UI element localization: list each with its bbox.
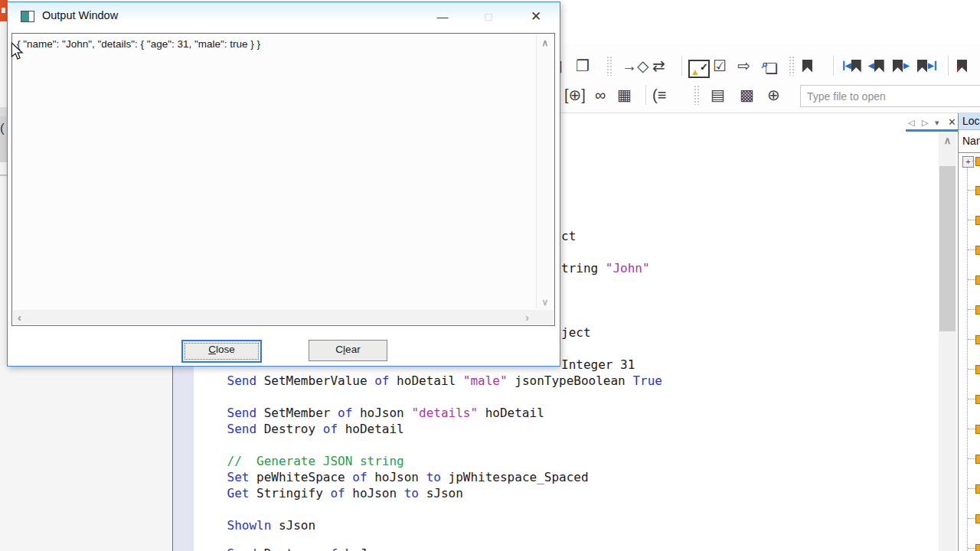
clear-button[interactable]: Clear [309,340,387,361]
tree-item-icon[interactable] [975,395,980,404]
output-vertical-scrollbar[interactable]: ∧ ∨ [536,34,554,309]
last-bookmark-icon[interactable]: ▶┃ [917,58,938,73]
deploy-object-icon[interactable]: →◇ [622,54,648,78]
workspace-background [0,365,172,551]
background-fragment [0,107,7,116]
table-grid-icon[interactable]: ▦ [617,83,632,107]
compile-warnings-icon[interactable]: ▲✓ [688,57,710,81]
toolbar-divider [559,112,980,113]
separator [645,85,646,105]
tab-scroll-left-icon[interactable]: ◁ [908,116,914,129]
tree-item-icon[interactable] [975,365,980,374]
group-separator-dots [694,85,700,105]
tree-item-icon[interactable] [975,186,980,195]
find-in-files-icon[interactable]: ❏⌕ [763,57,780,75]
focus-ring [185,343,259,360]
tree-item-icon[interactable] [975,157,980,166]
next-bookmark-icon[interactable]: ▶ [893,58,910,73]
scroll-right-icon[interactable]: › [525,310,529,324]
code-line[interactable]: tring "John" [561,260,650,276]
tab-menu-icon[interactable]: ▾ [935,116,939,129]
locals-tree[interactable]: + [959,153,980,551]
scroll-left-icon[interactable]: ‹ [18,310,21,324]
code-line[interactable]: Send Destroy of hoJson [198,546,389,551]
output-json-text: { "name": "John", "details": { "age": 31… [17,38,260,50]
code-line[interactable]: ject [561,324,591,341]
active-tab-highlight [906,129,959,132]
database-web-icon[interactable]: ⊕ [767,83,780,107]
database-grid-icon[interactable]: ▩ [740,83,754,107]
tab-scroll-right-icon[interactable]: ▷ [922,116,928,129]
output-text-area[interactable]: { "name": "John", "details": { "age": 31… [11,33,555,326]
separator [681,56,682,76]
clear-bookmarks-icon[interactable]: ✕ [957,58,967,73]
clipped-app-icon-detail [2,8,5,13]
name-column-header[interactable]: Name [959,130,980,152]
database-table-icon[interactable]: ▤ [710,83,725,107]
sync-arrows-icon[interactable]: ⇄ [652,54,665,78]
scrollbar-up-icon[interactable]: ∧ [939,135,956,146]
check-icon: ✓ [700,62,708,72]
bookmark-arrow: ◀ [868,54,874,78]
bookmark-arrow: ▶ [903,54,909,78]
group-separator-dots [606,56,612,76]
separator [948,56,949,76]
run-project-icon[interactable]: ⇨ [737,54,750,78]
bookmark-ribbon: ✕ [957,60,967,73]
maximize-button: □ [475,7,501,27]
tree-item-icon[interactable] [975,246,980,255]
editor-scrollbar-thumb[interactable] [939,166,956,331]
tree-item-icon[interactable] [975,514,980,523]
tree-item-icon[interactable] [975,455,980,464]
dialog-title: Output Window [42,9,118,21]
first-bookmark-icon[interactable]: ┃◀ [841,58,861,73]
tree-item-icon[interactable] [975,305,980,315]
code-line[interactable]: Set peWhiteSpace of hoJson to jpWhitespa… [198,469,589,485]
mouse-cursor [11,42,24,60]
bookmark-ribbon [874,60,884,73]
output-horizontal-scrollbar[interactable]: ‹ › [13,310,554,324]
code-line[interactable]: Send SetMemberValue of hoDetail "male" j… [198,373,662,389]
tree-item-icon[interactable] [975,216,980,225]
tree-item-icon[interactable] [975,276,980,285]
toggle-bookmark-icon[interactable]: + [802,58,812,73]
checklist-icon[interactable]: ☑ [713,54,727,78]
bookmark-arrow: ▶┃ [928,54,937,78]
locals-panel-tab[interactable]: Locals [959,113,980,130]
code-line[interactable]: ct [561,228,576,244]
scroll-down-icon[interactable]: ∨ [537,297,554,308]
code-line[interactable]: Showln sJson [198,517,315,533]
call-stack-icon[interactable]: (≡ [652,83,666,107]
bookmark-ribbon: + [802,60,812,73]
scroll-up-icon[interactable]: ∧ [537,37,554,48]
code-line[interactable]: Send Destroy of hoDetail [198,421,404,437]
code-line[interactable]: Integer 31 [561,357,635,373]
tree-item-icon[interactable] [975,335,980,344]
output-window-icon [21,11,34,22]
code-line[interactable]: Get Stringify of hoJson to sJson [198,485,463,501]
code-line[interactable]: // Generate JSON string [198,453,404,469]
group-separator-dots [789,56,795,76]
background-fragment [0,174,7,176]
close-window-button[interactable]: ✕ [523,7,549,27]
dialog-titlebar[interactable]: Output Window — □ ✕ [8,2,560,31]
previous-bookmark-icon[interactable]: ◀ [867,58,884,73]
warning-frame: ▲✓ [688,60,710,78]
magnifier-icon: ⌕ [762,52,768,77]
web-object-icon[interactable]: [⊕] [564,83,586,107]
file-open-input[interactable] [800,85,980,107]
preview-glasses-icon[interactable]: ∞ [595,83,606,107]
new-file-icon[interactable]: ❐ [576,54,590,78]
panel-close-icon[interactable]: ✕ [948,116,956,129]
tree-guide-line [967,167,968,551]
minimize-button[interactable]: — [430,7,456,27]
tree-item-icon[interactable] [975,425,980,434]
tree-expander-icon[interactable]: + [962,156,974,168]
close-button[interactable]: Close [181,340,262,363]
clear-button-label: Clear [335,344,360,355]
code-line[interactable]: Send SetMember of hoJson "details" hoDet… [198,405,544,421]
tree-item-icon[interactable] [975,544,980,551]
clipped-text-fragment: ( [0,121,7,136]
screen: ( ◫❐→◇⇄▲✓☑⇨❏⌕+┃◀◀▶▶┃✕ [⊕]∞▦(≡▤▩⊕ cttring… [0,0,980,551]
tree-item-icon[interactable] [975,484,980,494]
